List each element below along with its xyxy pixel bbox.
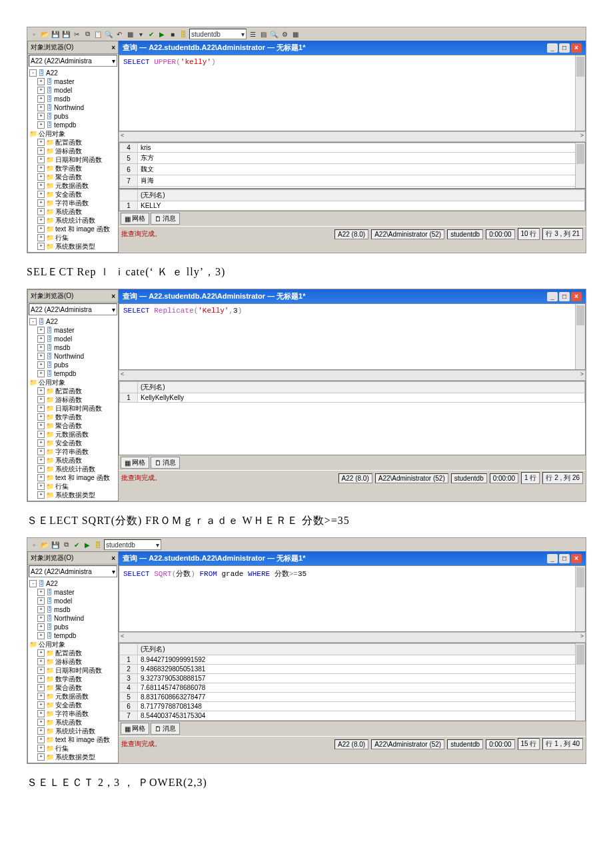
db-combo[interactable]: studentdb ▾	[189, 29, 247, 39]
tree-folder[interactable]: +📁字符串函数	[28, 447, 118, 456]
tree-folder[interactable]: +📁游标函数	[28, 395, 118, 404]
sidebar-combo[interactable]: A22 (A22\Administra ▾	[29, 55, 117, 67]
icon-d[interactable]: ⚙	[280, 29, 289, 39]
new-icon[interactable]: ▫	[29, 540, 39, 549]
tab-messages[interactable]: 🗒 消息	[151, 457, 180, 469]
tree-folder[interactable]: +📁聚合函数	[28, 683, 118, 692]
icon-e[interactable]: ▦	[291, 29, 300, 39]
sidebar-combo[interactable]: A22 (A22\Administra ▾	[29, 303, 117, 315]
save-all-icon[interactable]: 💾	[61, 29, 71, 39]
tree-folder[interactable]: +📁系统函数	[28, 207, 118, 216]
tree-folder[interactable]: +📁text 和 image 函数	[28, 473, 118, 482]
cut-icon[interactable]: ✂	[72, 29, 81, 39]
editor-hscroll[interactable]	[119, 632, 586, 643]
tree-folder[interactable]: +📁text 和 image 函数	[28, 225, 118, 233]
open-icon[interactable]: 📂	[40, 29, 49, 39]
maximize-button[interactable]: □	[559, 43, 570, 53]
tree-folder[interactable]: +📁系统函数	[28, 718, 118, 727]
run-icon[interactable]: ▶	[157, 29, 167, 39]
tree-folder[interactable]: +📁系统统计函数	[28, 727, 118, 735]
maximize-button[interactable]: □	[559, 292, 570, 301]
find-icon[interactable]: 🔍	[104, 29, 113, 39]
tree-db-pubs[interactable]: +🗄pubs	[28, 112, 118, 121]
close-button[interactable]: ×	[571, 554, 582, 563]
tree-pub[interactable]: 📁公用对象	[28, 378, 118, 387]
tab-grid[interactable]: ▦ 网格	[121, 723, 149, 735]
maximize-button[interactable]: □	[559, 554, 570, 563]
tree-folder[interactable]: +📁字符串函数	[28, 199, 118, 207]
tree-folder[interactable]: +📁配置函数	[28, 387, 118, 395]
tree-db-tempdb[interactable]: +🗄tempdb	[28, 121, 118, 129]
grid-icon[interactable]: ▦	[125, 29, 135, 39]
tree-folder[interactable]: +📁系统数据类型	[28, 491, 118, 499]
check-icon[interactable]: ✔	[147, 29, 156, 39]
sidebar-combo[interactable]: A22 (A22\Administra ▾	[29, 565, 117, 577]
tree-folder[interactable]: +📁行集	[28, 233, 118, 242]
minimize-button[interactable]: _	[547, 292, 558, 301]
minimize-button[interactable]: _	[547, 43, 558, 53]
tree-root[interactable]: -🗄A22	[28, 579, 118, 588]
tree-folder[interactable]: +📁系统统计函数	[28, 465, 118, 473]
tree-folder[interactable]: +📁数学函数	[28, 675, 118, 683]
tree-db-master[interactable]: +🗄master	[28, 77, 118, 86]
tree-db-master[interactable]: +🗄master	[28, 588, 118, 597]
tree-folder[interactable]: +📁元数据函数	[28, 430, 118, 439]
check-icon[interactable]: ✔	[72, 540, 81, 549]
tree-pub[interactable]: 📁公用对象	[28, 640, 118, 649]
tree-folder[interactable]: +📁字符串函数	[28, 709, 118, 718]
editor-hscroll[interactable]	[119, 131, 586, 142]
minimize-button[interactable]: _	[547, 554, 558, 563]
tree-folder[interactable]: +📁行集	[28, 482, 118, 491]
object-tree[interactable]: -🗄A22+🗄master+🗄model+🗄msdb+🗄Northwind+🗄p…	[28, 578, 118, 763]
sql-editor[interactable]: SELECT SQRT(分数) FROM grade WHERE 分数>=35	[119, 565, 586, 632]
sidebar-close-icon[interactable]: ×	[111, 44, 115, 51]
tree-folder[interactable]: +📁text 和 image 函数	[28, 735, 118, 744]
tree-folder[interactable]: +📁数学函数	[28, 164, 118, 173]
tab-grid[interactable]: ▦ 网格	[121, 457, 149, 469]
tree-db-Northwind[interactable]: +🗄Northwind	[28, 614, 118, 623]
tree-db-model[interactable]: +🗄model	[28, 86, 118, 95]
tree-db-msdb[interactable]: +🗄msdb	[28, 95, 118, 103]
tree-folder[interactable]: +📁配置函数	[28, 138, 118, 147]
tab-grid[interactable]: ▦ 网格	[121, 213, 149, 225]
tree-folder[interactable]: +📁元数据函数	[28, 692, 118, 701]
tree-db-master[interactable]: +🗄master	[28, 326, 118, 335]
tree-folder[interactable]: +📁系统数据类型	[28, 753, 118, 761]
tree-db-Northwind[interactable]: +🗄Northwind	[28, 103, 118, 112]
stop-icon[interactable]: ■	[168, 29, 177, 39]
tree-folder[interactable]: +📁聚合函数	[28, 421, 118, 430]
sidebar-close-icon[interactable]: ×	[111, 293, 115, 300]
tree-db-msdb[interactable]: +🗄msdb	[28, 605, 118, 614]
editor-vscroll[interactable]	[575, 304, 585, 369]
new-icon[interactable]: ▫	[29, 29, 39, 39]
icon-a[interactable]: ☰	[248, 29, 257, 39]
tree-db-msdb[interactable]: +🗄msdb	[28, 343, 118, 352]
icon-b[interactable]: ▤	[259, 29, 268, 39]
open-icon[interactable]: 📂	[40, 540, 49, 549]
sidebar-close-icon[interactable]: ×	[111, 555, 115, 562]
editor-vscroll[interactable]	[575, 55, 585, 131]
tab-messages[interactable]: 🗒 消息	[151, 213, 180, 225]
tree-root[interactable]: -🗄A22	[28, 317, 118, 326]
tree-folder[interactable]: +📁安全函数	[28, 439, 118, 447]
tree-db-pubs[interactable]: +🗄pubs	[28, 361, 118, 369]
copy-icon[interactable]: ⧉	[61, 540, 71, 549]
tree-pub[interactable]: 📁公用对象	[28, 129, 118, 138]
tree-folder[interactable]: +📁聚合函数	[28, 173, 118, 181]
tree-folder[interactable]: +📁日期和时间函数	[28, 155, 118, 164]
tree-folder[interactable]: +📁安全函数	[28, 701, 118, 709]
tree-db-model[interactable]: +🗄model	[28, 597, 118, 605]
tree-folder[interactable]: +📁系统统计函数	[28, 216, 118, 225]
tree-db-model[interactable]: +🗄model	[28, 335, 118, 343]
tree-root[interactable]: -🗄A22	[28, 69, 118, 77]
paste-icon[interactable]: 📋	[93, 29, 103, 39]
run-icon[interactable]: ▶	[83, 540, 92, 549]
tree-folder[interactable]: +📁元数据函数	[28, 181, 118, 190]
tree-db-tempdb[interactable]: +🗄tempdb	[28, 369, 118, 378]
save-icon[interactable]: 💾	[51, 29, 60, 39]
tree-folder[interactable]: +📁系统数据类型	[28, 242, 118, 251]
save-icon[interactable]: 💾	[51, 540, 60, 549]
copy-icon[interactable]: ⧉	[83, 29, 92, 39]
tree-folder[interactable]: +📁安全函数	[28, 190, 118, 199]
editor-hscroll[interactable]	[119, 370, 586, 381]
